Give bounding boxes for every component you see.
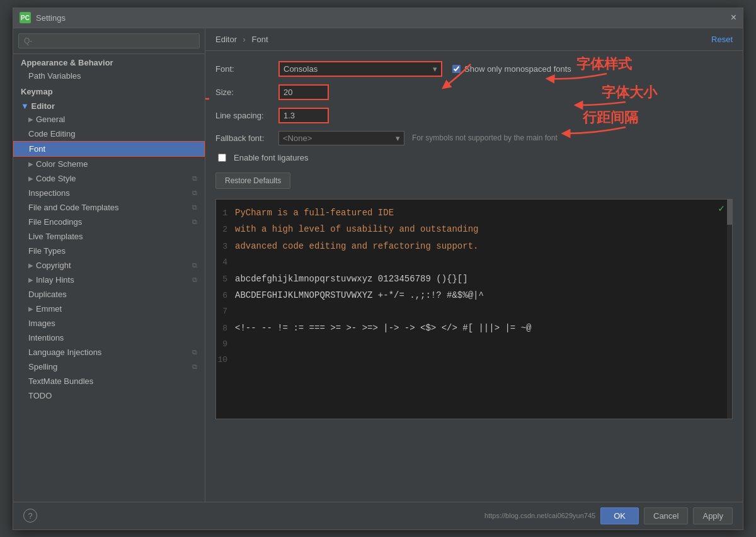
- preview-inner: 1 PyCharm is a full-featured IDE 2 with …: [216, 200, 732, 373]
- sidebar-item-path-variables[interactable]: Path Variables: [13, 69, 205, 83]
- sidebar-section-appearance: Appearance & Behavior: [13, 54, 205, 69]
- ligatures-checkbox[interactable]: [218, 154, 226, 162]
- line-spacing-label: Line spacing:: [215, 111, 278, 120]
- form-section: Font: Consolas ▾: [215, 61, 733, 123]
- help-button[interactable]: ?: [23, 509, 37, 523]
- monospaced-label: Show only monospaced fonts: [464, 64, 571, 74]
- reset-button[interactable]: Reset: [711, 35, 733, 44]
- restore-defaults-button[interactable]: Restore Defaults: [215, 172, 290, 189]
- sidebar-item-emmet[interactable]: ▶ Emmet: [13, 302, 205, 316]
- app-icon: PC: [20, 12, 31, 23]
- fallback-font-dropdown[interactable]: <None> ▾: [278, 131, 404, 145]
- font-dropdown-arrow: ▾: [433, 64, 437, 74]
- ligatures-row: Enable font ligatures: [215, 153, 733, 162]
- sidebar-item-textmate-bundles[interactable]: TextMate Bundles: [13, 374, 205, 388]
- sidebar-item-code-editing[interactable]: Code Editing: [13, 127, 205, 141]
- copy-icon-language-injections: ⧉: [192, 348, 197, 356]
- monospaced-checkbox[interactable]: [452, 65, 461, 73]
- copy-icon-code-style: ⧉: [192, 174, 197, 183]
- preview-scrollbar-thumb: [727, 200, 732, 225]
- sidebar-item-language-injections[interactable]: Language Injections ⧉: [13, 345, 205, 359]
- sidebar-item-file-types[interactable]: File Types: [13, 244, 205, 258]
- sidebar: Appearance & Behavior Path Variables Key…: [13, 28, 205, 502]
- dialog-content: Appearance & Behavior Path Variables Key…: [13, 28, 743, 502]
- sidebar-item-color-scheme[interactable]: ▶ Color Scheme: [13, 157, 205, 171]
- preview-line-5: 5 abcdefghijklmnopqrstuvwxyz 0123456789 …: [216, 271, 732, 288]
- size-input[interactable]: [278, 84, 329, 100]
- copy-icon-file-code-templates: ⧉: [192, 203, 197, 212]
- dialog-title: Settings: [36, 13, 66, 23]
- font-row: Font: Consolas ▾: [215, 61, 733, 77]
- copy-icon-file-encodings: ⧉: [192, 218, 197, 226]
- sidebar-item-general[interactable]: ▶ General: [13, 112, 205, 127]
- copy-icon-copyright: ⧉: [192, 261, 197, 269]
- ligatures-label: Enable font ligatures: [234, 153, 309, 162]
- preview-line-10: 10: [216, 353, 732, 368]
- copy-icon-inspections: ⧉: [192, 189, 197, 197]
- sidebar-item-images[interactable]: Images: [13, 316, 205, 331]
- sidebar-item-intentions[interactable]: Intentions: [13, 331, 205, 345]
- sidebar-item-spelling[interactable]: Spelling ⧉: [13, 359, 205, 374]
- sidebar-list: Appearance & Behavior Path Variables Key…: [13, 54, 205, 502]
- main-content: Font: Consolas ▾: [205, 51, 743, 502]
- footer-right: https://blog.csdn.net/cai0629yun745 OK C…: [484, 507, 733, 524]
- close-button[interactable]: ×: [731, 13, 736, 23]
- preview-line-6: 6 ABCDEFGHIJKLMNOPQRSTUVWXYZ +-*/= .,;:!…: [216, 287, 732, 304]
- preview-line-7: 7: [216, 304, 732, 320]
- preview-line-3: 3 advanced code editing and refactoring …: [216, 238, 732, 255]
- breadcrumb-current: Font: [252, 35, 268, 44]
- size-row: Size:: [215, 84, 733, 100]
- breadcrumb-separator: ›: [243, 35, 246, 44]
- sidebar-item-code-style[interactable]: ▶ Code Style ⧉: [13, 171, 205, 186]
- sidebar-item-inlay-hints[interactable]: ▶ Inlay Hints ⧉: [13, 273, 205, 287]
- breadcrumb-parent: Editor: [215, 35, 237, 44]
- sidebar-search-box: [13, 28, 205, 54]
- breadcrumb: Editor › Font: [215, 35, 268, 44]
- main-panel: Editor › Font Reset Font: Consolas ▾: [205, 28, 743, 502]
- footer: ? https://blog.csdn.net/cai0629yun745 OK…: [13, 502, 743, 529]
- sidebar-item-copyright[interactable]: ▶ Copyright ⧉: [13, 258, 205, 273]
- annotation-arrow-sidebar: [205, 67, 215, 118]
- copy-icon-spelling: ⧉: [192, 363, 197, 371]
- ok-button[interactable]: OK: [600, 507, 639, 524]
- preview-scrollbar[interactable]: [727, 200, 732, 419]
- sidebar-item-duplicates[interactable]: Duplicates: [13, 287, 205, 302]
- sidebar-section-keymap: Keymap: [13, 83, 205, 98]
- apply-button[interactable]: Apply: [693, 507, 733, 524]
- preview-line-9: 9: [216, 337, 732, 353]
- sidebar-section-editor: ▼ Editor: [13, 98, 205, 112]
- preview-line-1: 1 PyCharm is a full-featured IDE: [216, 205, 732, 222]
- footer-url: https://blog.csdn.net/cai0629yun745: [484, 512, 595, 519]
- sidebar-item-todo[interactable]: TODO: [13, 388, 205, 403]
- line-spacing-input[interactable]: [278, 108, 329, 123]
- fallback-dropdown-arrow: ▾: [396, 133, 400, 143]
- preview-area: ✓ 1 PyCharm is a full-featured IDE 2 wit…: [215, 199, 733, 419]
- settings-dialog: PC Settings × Appearance & Behavior Path…: [13, 8, 743, 530]
- preview-checkmark: ✓: [718, 202, 724, 215]
- sidebar-item-font[interactable]: Font: [13, 141, 205, 157]
- line-spacing-row: Line spacing:: [215, 108, 733, 123]
- sidebar-item-live-templates[interactable]: Live Templates: [13, 229, 205, 244]
- size-label: Size:: [215, 88, 278, 97]
- copy-icon-inlay-hints: ⧉: [192, 276, 197, 284]
- cancel-button[interactable]: Cancel: [644, 507, 688, 524]
- preview-line-4: 4: [216, 255, 732, 271]
- font-label: Font:: [215, 64, 278, 74]
- sidebar-item-file-code-templates[interactable]: File and Code Templates ⧉: [13, 200, 205, 215]
- fallback-hint: For symbols not supported by the main fo…: [412, 133, 558, 142]
- sidebar-item-file-encodings[interactable]: File Encodings ⧉: [13, 215, 205, 229]
- footer-left: ?: [23, 509, 37, 523]
- preview-line-2: 2 with a high level of usability and out…: [216, 221, 732, 238]
- fallback-font-label: Fallback font:: [215, 133, 278, 143]
- monospaced-option: Show only monospaced fonts: [452, 64, 571, 74]
- main-header: Editor › Font Reset: [205, 28, 743, 51]
- sidebar-item-inspections[interactable]: Inspections ⧉: [13, 186, 205, 200]
- font-dropdown[interactable]: Consolas ▾: [278, 61, 442, 77]
- fallback-font-row: Fallback font: <None> ▾ For symbols not …: [215, 131, 733, 145]
- search-input[interactable]: [18, 33, 200, 48]
- title-bar: PC Settings ×: [13, 8, 743, 28]
- preview-line-8: 8 <!-- -- != := === >= >- >=> |-> -> <$>…: [216, 320, 732, 337]
